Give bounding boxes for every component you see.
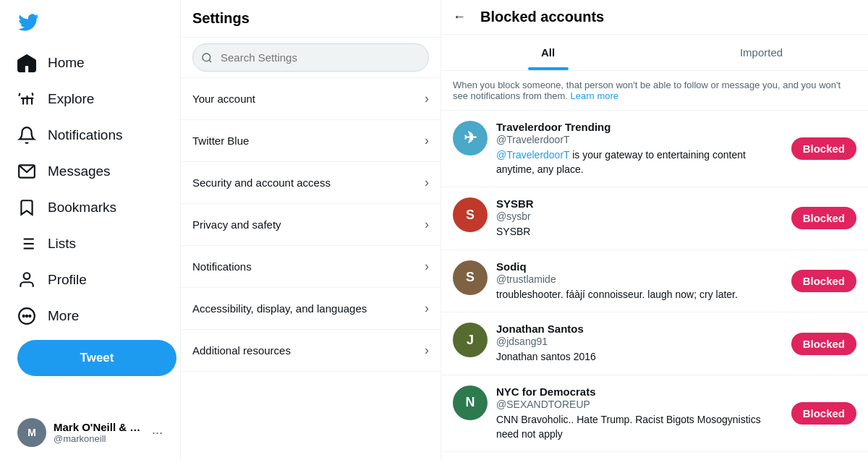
info-text: When you block someone, that person won'… bbox=[441, 71, 868, 111]
account-bio: SYSBR bbox=[496, 225, 783, 239]
settings-title: Settings bbox=[181, 0, 441, 38]
chevron-right-icon: › bbox=[425, 133, 429, 148]
nav-label-more: More bbox=[48, 308, 79, 324]
account-avatar: S bbox=[453, 197, 488, 232]
chevron-right-icon: › bbox=[425, 343, 429, 358]
account-name: SYSBR bbox=[496, 197, 783, 210]
account-bio: @TravelerdoorT is your gateway to entert… bbox=[496, 148, 783, 176]
tweet-button[interactable]: Tweet bbox=[17, 340, 176, 376]
settings-item-twitter-blue[interactable]: Twitter Blue› bbox=[181, 120, 441, 162]
person-icon bbox=[17, 271, 36, 289]
blocked-account-jonathan-santos: J Jonathan Santos @jdsang91 Jonathan san… bbox=[441, 312, 868, 375]
account-handle: @jdsang91 bbox=[496, 336, 783, 347]
sidebar-item-home[interactable]: Home bbox=[9, 45, 171, 81]
settings-item-label: Your account bbox=[192, 93, 255, 105]
account-details: Jonathan Santos @jdsang91 Jonathan santo… bbox=[496, 323, 783, 365]
blocked-button[interactable]: Blocked bbox=[791, 270, 856, 292]
search-settings-input[interactable] bbox=[192, 43, 429, 72]
chevron-right-icon: › bbox=[425, 91, 429, 106]
twitter-logo bbox=[9, 6, 171, 42]
sidebar-item-messages[interactable]: Messages bbox=[9, 153, 171, 189]
envelope-icon bbox=[17, 162, 36, 181]
svg-line-13 bbox=[209, 60, 211, 62]
nav-label-profile: Profile bbox=[48, 272, 87, 288]
blocked-header: ← Blocked accounts bbox=[441, 0, 868, 35]
settings-item-label: Accessibility, display, and languages bbox=[192, 302, 367, 315]
account-name: Sodiq bbox=[496, 260, 783, 273]
circle-dots-icon bbox=[17, 307, 36, 325]
blocked-button[interactable]: Blocked bbox=[791, 402, 856, 425]
chevron-right-icon: › bbox=[425, 175, 429, 190]
account-avatar: ✈ bbox=[453, 121, 488, 156]
bell-icon bbox=[17, 126, 36, 145]
account-bio: CNN Bravoholic.. Hate Trump. Racist Bigo… bbox=[496, 413, 783, 441]
blocked-account-sysbr: S SYSBR @sysbr SYSBR Blocked bbox=[441, 187, 868, 250]
settings-item-label: Security and account access bbox=[192, 176, 331, 189]
main-nav: Home Explore Notifications Messages Book… bbox=[9, 45, 171, 334]
blocked-account-sodiq: S Sodiq @trustlamide troubleshooter. fáà… bbox=[441, 250, 868, 313]
blocked-button[interactable]: Blocked bbox=[791, 207, 856, 229]
sidebar-item-profile[interactable]: Profile bbox=[9, 262, 171, 298]
settings-item-label: Additional resources bbox=[192, 344, 291, 357]
nav-label-bookmarks: Bookmarks bbox=[48, 200, 116, 216]
account-handle: @sysbr bbox=[496, 210, 783, 222]
account-details: Travelerdoor Trending @TravelerdoorT @Tr… bbox=[496, 121, 783, 176]
account-bio: troubleshooter. fáàjí connoisseur. laugh… bbox=[496, 288, 783, 302]
blocked-accounts-title: Blocked accounts bbox=[480, 9, 604, 25]
left-sidebar: Home Explore Notifications Messages Book… bbox=[0, 0, 181, 460]
home-icon bbox=[17, 54, 36, 72]
settings-item-notifications[interactable]: Notifications› bbox=[181, 246, 441, 288]
blocked-account-nyc-democrats: N NYC for Democrats @SEXANDTOREUP CNN Br… bbox=[441, 375, 868, 452]
sidebar-item-lists[interactable]: Lists bbox=[9, 226, 171, 262]
list-icon bbox=[17, 234, 36, 253]
tab-all[interactable]: All bbox=[441, 35, 655, 70]
account-bio: Jonathan santos 2016 bbox=[496, 350, 783, 365]
sidebar-item-explore[interactable]: Explore bbox=[9, 81, 171, 117]
user-profile-bottom[interactable]: M Mark O'Neill & O'... @markoneill ··· bbox=[9, 411, 171, 454]
nav-label-lists: Lists bbox=[48, 236, 76, 252]
settings-item-additional[interactable]: Additional resources› bbox=[181, 330, 441, 372]
blocked-button[interactable]: Blocked bbox=[791, 333, 856, 355]
back-button[interactable]: ← bbox=[453, 9, 466, 25]
settings-item-your-account[interactable]: Your account› bbox=[181, 78, 441, 120]
chevron-right-icon: › bbox=[425, 259, 429, 274]
sidebar-item-bookmarks[interactable]: Bookmarks bbox=[9, 189, 171, 226]
tab-imported[interactable]: Imported bbox=[655, 35, 868, 70]
account-avatar: N bbox=[453, 386, 488, 420]
blocked-button[interactable]: Blocked bbox=[791, 137, 856, 160]
learn-more-link[interactable]: Learn more bbox=[571, 90, 618, 101]
user-avatar: M bbox=[17, 418, 46, 447]
user-menu-dots-icon[interactable]: ··· bbox=[152, 425, 163, 440]
account-details: SYSBR @sysbr SYSBR bbox=[496, 197, 783, 239]
settings-panel: Settings Your account›Twitter Blue›Secur… bbox=[181, 0, 441, 460]
user-handle: @markoneill bbox=[54, 433, 145, 444]
settings-item-label: Privacy and safety bbox=[192, 218, 281, 231]
nav-label-explore: Explore bbox=[48, 91, 94, 107]
account-details: NYC for Democrats @SEXANDTOREUP CNN Brav… bbox=[496, 386, 783, 441]
settings-item-label: Notifications bbox=[192, 260, 252, 273]
settings-item-accessibility[interactable]: Accessibility, display, and languages› bbox=[181, 288, 441, 330]
chevron-right-icon: › bbox=[425, 217, 429, 232]
account-name: Travelerdoor Trending bbox=[496, 121, 783, 133]
svg-point-9 bbox=[23, 315, 25, 317]
account-handle: @trustlamide bbox=[496, 273, 783, 285]
svg-point-7 bbox=[24, 273, 30, 279]
bookmark-icon bbox=[17, 198, 36, 217]
account-bio-link[interactable]: @TravelerdoorT bbox=[496, 149, 569, 161]
user-name: Mark O'Neill & O'... bbox=[54, 421, 145, 433]
account-details: Sodiq @trustlamide troubleshooter. fáàjí… bbox=[496, 260, 783, 302]
search-settings-section bbox=[181, 38, 441, 78]
blocked-accounts-list: ✈ Travelerdoor Trending @TravelerdoorT @… bbox=[441, 111, 868, 460]
sidebar-item-more[interactable]: More bbox=[9, 298, 171, 334]
sidebar-item-notifications[interactable]: Notifications bbox=[9, 117, 171, 153]
hashtag-icon bbox=[17, 90, 36, 108]
svg-point-10 bbox=[26, 315, 27, 317]
settings-item-label: Twitter Blue bbox=[192, 135, 249, 147]
user-info: Mark O'Neill & O'... @markoneill bbox=[54, 421, 145, 444]
search-icon bbox=[201, 52, 213, 64]
account-name: NYC for Democrats bbox=[496, 386, 783, 398]
settings-item-security-access[interactable]: Security and account access› bbox=[181, 162, 441, 204]
settings-item-privacy-safety[interactable]: Privacy and safety› bbox=[181, 204, 441, 246]
blocked-account-bo-darville: B Bo Darville @darville_bo Blocked bbox=[441, 452, 868, 460]
blocked-accounts-panel: ← Blocked accounts AllImported When you … bbox=[441, 0, 868, 460]
